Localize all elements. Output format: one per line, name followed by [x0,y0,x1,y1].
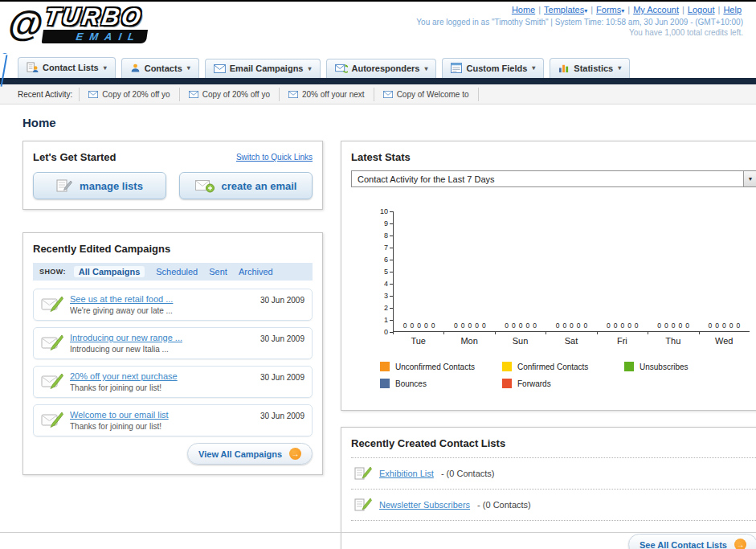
campaign-text: See us at the retail food ...We're givin… [70,294,254,315]
login-status-text: You are logged in as "Timothy Smith" | S… [416,18,743,27]
y-tick-label: 8 [384,231,388,240]
y-tick-mark [390,223,393,224]
y-tick-mark [390,272,393,272]
top-link-templates[interactable]: Templates ▾ [544,5,587,14]
recent-activity-item[interactable]: Copy of 20% off yo [180,88,280,101]
top-link-logout[interactable]: Logout [688,5,715,14]
campaign-title-link[interactable]: 20% off your next purchase [70,371,254,381]
tab-statistics[interactable]: Statistics▾ [550,58,630,78]
contact-list-link-exhibition-list[interactable]: Exhibition List [379,469,434,478]
chart-group-fri: 00000 [597,211,648,331]
campaign-row[interactable]: 20% off your next purchaseThanks for joi… [33,366,313,398]
value-label: 0 [454,322,458,330]
contact-lists-icon [27,62,39,73]
legend-item-forwards: Forwards [502,379,624,388]
tab-contacts[interactable]: Contacts▾ [121,58,199,78]
contact-lists-footer: See All Contact Lists → [351,534,756,549]
chart-group-sat: 00000 [546,211,597,331]
campaigns-title: Recently Edited Campaigns [33,243,313,255]
value-labels: 00000 [607,322,639,330]
campaign-subtitle: Thanks for joining our list! [70,422,254,431]
arrow-right-icon: → [734,539,746,549]
legend-swatch [502,379,512,388]
chart-y-axis: 109876543210 [374,211,393,332]
y-tick-mark [390,320,393,321]
email-campaigns-icon [214,64,226,73]
y-axis-tick: 2 [384,304,393,312]
tab-custom-fields[interactable]: Custom Fields▾ [442,58,544,78]
get-started-header: Let's Get Started Switch to Quick Links [33,151,313,163]
pencil-list-icon [56,178,72,193]
campaign-edit-icon [41,373,63,391]
legend-label: Forwards [517,379,551,388]
envelope-icon [88,91,98,98]
campaign-title-link[interactable]: Introducing our new range ... [70,333,254,342]
nav-divider-bar [0,78,756,84]
see-all-contact-lists-button[interactable]: See All Contact Lists → [628,534,756,549]
campaign-edit-icon [41,412,63,429]
campaign-filter-all-campaigns[interactable]: All Campaigns [74,266,145,277]
x-axis-label: Mon [443,332,494,346]
campaign-row[interactable]: Introducing our new range ...Introducing… [33,327,313,359]
value-label: 0 [620,322,624,330]
campaign-subtitle: Thanks for joining our list! [70,383,254,392]
value-label: 0 [708,322,712,330]
recent-activity-item[interactable]: Copy of 20% off yo [79,88,179,101]
x-axis-label: Tue [393,332,443,346]
stats-period-select[interactable]: Contact Activity for the Last 7 Days ▼ [351,170,756,187]
y-axis-tick: 0 [384,328,393,336]
campaign-filter-archived[interactable]: Archived [239,267,273,277]
custom-fields-icon [451,63,462,73]
recent-activity-item[interactable]: Copy of Welcome to [374,88,479,101]
campaigns-footer: View All Campaigns → [33,443,313,465]
tab-email-campaigns[interactable]: Email Campaigns▾ [205,59,321,78]
y-axis-tick: 1 [384,316,393,324]
new-email-icon [195,179,215,193]
top-link-help[interactable]: Help [723,5,742,14]
campaign-row[interactable]: See us at the retail food ...We're givin… [33,289,313,321]
contacts-icon [130,63,141,73]
campaign-row[interactable]: Welcome to our email listThanks for join… [33,404,313,436]
legend-label: Bounces [395,379,427,388]
recent-activity-bar: Recent Activity: Copy of 20% off yoCopy … [0,84,756,104]
campaign-subtitle: We're giving away our late ... [70,306,254,315]
contact-lists-title: Recently Created Contact Lists [351,437,756,458]
legend-item-unsubscribes: Unsubscribes [624,362,746,371]
value-label: 0 [468,322,472,330]
y-tick-mark [390,260,393,260]
top-link-forms[interactable]: Forms ▾ [596,5,624,14]
y-tick-mark [390,236,393,236]
manage-lists-button[interactable]: manage lists [33,172,166,199]
campaign-title-link[interactable]: Welcome to our email list [70,410,254,420]
value-label: 0 [715,322,719,330]
get-started-title: Let's Get Started [33,151,116,163]
contact-lists-panel: Recently Created Contact Lists Exhibitio… [341,427,756,549]
campaign-filter-sent[interactable]: Sent [209,267,227,277]
tab-autoresponders[interactable]: Autoresponders▾ [326,59,437,78]
value-label: 0 [403,322,407,330]
value-labels: 00000 [556,322,588,330]
recent-activity-item-label: Copy of 20% off yo [202,90,270,99]
create-an-email-button[interactable]: create an email [179,172,313,199]
app-logo: @ TURBO EMAIL [5,3,152,45]
campaign-title-link[interactable]: See us at the retail food ... [70,294,254,304]
top-header: @ TURBO EMAIL Home|Templates ▾|Forms ▾|M… [0,2,756,53]
switch-quick-links-link[interactable]: Switch to Quick Links [236,153,313,162]
recent-activity-item-label: Copy of 20% off yo [102,90,170,99]
credits-text: You have 1,000 total credits left. [416,28,743,37]
campaign-edit-icon [41,334,63,352]
tab-label: Autoresponders [352,64,420,73]
envelope-icon [383,91,393,98]
recent-activity-item[interactable]: 20% off your next [280,88,374,101]
contact-list-link-newsletter-subscribers[interactable]: Newsletter Subscribers [379,500,470,510]
top-link-my-account[interactable]: My Account [633,5,679,14]
tab-contact-lists[interactable]: Contact Lists▾ [18,57,116,78]
value-label: 0 [461,322,465,330]
chevron-down-icon: ▾ [532,64,535,72]
campaign-filter-scheduled[interactable]: Scheduled [156,267,198,277]
view-all-campaigns-button[interactable]: View All Campaigns → [187,443,313,465]
contact-list-edit-icon [354,498,372,512]
y-tick-label: 2 [384,304,388,312]
top-link-home[interactable]: Home [512,5,535,14]
value-labels: 00000 [403,322,435,330]
